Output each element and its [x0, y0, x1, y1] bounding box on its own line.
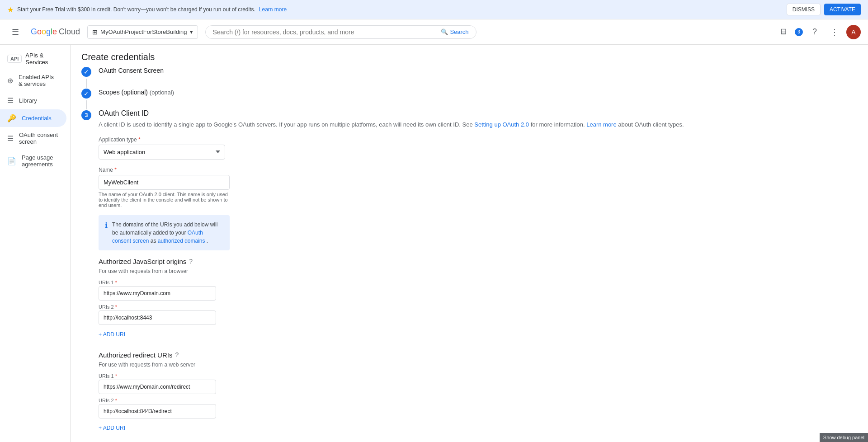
learn-more-link[interactable]: Learn more — [586, 121, 616, 128]
redirect-help-icon[interactable]: ? — [175, 351, 179, 358]
step-2-label: Scopes (optional) (optional) — [99, 88, 174, 96]
redirect-uri-1-field: URIs 1 * — [99, 373, 216, 394]
dismiss-button[interactable]: DISMISS — [787, 4, 821, 15]
name-required: * — [114, 167, 117, 173]
sidebar-item-oauth-label: OAuth consent screen — [19, 132, 59, 145]
logo: Google Cloud — [31, 27, 80, 37]
name-field: Name * The name of your OAuth 2.0 client… — [99, 167, 230, 208]
application-type-label: Application type * — [99, 136, 230, 143]
redirect-desc: For use with requests from a web server — [99, 362, 857, 368]
notification-badge[interactable]: 3 — [795, 28, 803, 36]
oauth-client-id-desc: A client ID is used to identify a single… — [99, 120, 857, 129]
js-uri-2-field: URIs 2 * — [99, 304, 216, 325]
star-icon: ★ — [7, 5, 14, 14]
step-3-container: 3 OAuth Client ID A client ID is used to… — [81, 109, 857, 442]
js-uri-1-field: URIs 1 * — [99, 280, 216, 301]
js-uri-2-input[interactable] — [99, 310, 216, 325]
page-title: Create credentials — [71, 45, 868, 66]
redirect-uri-1-input[interactable] — [99, 380, 216, 394]
sidebar-item-credentials[interactable]: 🔑 Credentials — [0, 109, 66, 127]
sidebar-item-enabled-apis[interactable]: ⊕ Enabled APIs & services — [0, 69, 66, 92]
redirect-uri-2-input[interactable] — [99, 404, 216, 418]
js-origins-desc: For use with requests from a browser — [99, 268, 857, 274]
js-uri-1-input[interactable] — [99, 286, 216, 301]
logo-cloud-text: Cloud — [59, 27, 80, 37]
menu-icon[interactable]: ☰ — [7, 24, 24, 40]
application-type-required: * — [138, 136, 141, 143]
step-2-icon: ✓ — [81, 89, 91, 99]
js-uri-fields: URIs 1 * URIs 2 * — [99, 280, 216, 325]
display-icon[interactable]: 🖥 — [775, 24, 791, 40]
sidebar-item-page-usage[interactable]: 📄 Page usage agreements — [0, 150, 66, 172]
info-icon: ℹ — [105, 221, 108, 230]
redirect-uri-2-field: URIs 2 * — [99, 398, 216, 418]
search-button[interactable]: 🔍 Search — [441, 28, 468, 35]
header-right: 🖥 3 ? ⋮ A — [775, 24, 861, 40]
oauth-client-id-title: OAuth Client ID — [99, 109, 857, 118]
application-type-select[interactable]: Web application Android iOS Desktop app — [99, 145, 225, 160]
banner-text: Start your Free Trial with $300 in credi… — [17, 6, 255, 13]
add-redirect-uri-button[interactable]: + ADD URI — [99, 422, 125, 434]
step-connector-2 — [86, 100, 87, 109]
step-1-container: ✓ OAuth Consent Screen — [81, 66, 857, 77]
step-3-icon: 3 — [81, 110, 91, 120]
name-helper: The name of your OAuth 2.0 client. This … — [99, 192, 230, 208]
authorized-domains-link[interactable]: authorized domains — [158, 238, 205, 244]
project-name: MyOAuthProjectForStoreBuilding — [100, 28, 187, 35]
library-icon: ☰ — [7, 96, 14, 105]
step-1-label: OAuth Consent Screen — [99, 66, 164, 74]
name-input[interactable] — [99, 175, 230, 190]
sidebar-item-page-usage-label: Page usage agreements — [22, 154, 59, 168]
page-usage-icon: 📄 — [7, 157, 16, 165]
setting-oauth-link[interactable]: Setting up OAuth 2.0 — [474, 121, 529, 128]
application-type-field: Application type * Web application Andro… — [99, 136, 230, 160]
js-origins-title: Authorized JavaScript origins ? — [99, 258, 857, 265]
top-banner: ★ Start your Free Trial with $300 in cre… — [0, 0, 868, 19]
more-options-icon[interactable]: ⋮ — [826, 24, 843, 40]
credentials-icon: 🔑 — [7, 114, 16, 122]
api-badge: API — [7, 55, 22, 63]
oauth-consent-icon: ☰ — [7, 134, 14, 143]
info-box: ℹ The domains of the URIs you add below … — [99, 215, 230, 250]
search-icon: 🔍 — [441, 28, 448, 35]
sidebar: API APIs & Services ⊕ Enabled APIs & ser… — [0, 45, 71, 442]
sidebar-item-enabled-label: Enabled APIs & services — [19, 74, 59, 87]
info-box-text: The domains of the URIs you add below wi… — [112, 221, 223, 245]
help-icon[interactable]: ? — [807, 24, 823, 40]
name-label: Name * — [99, 167, 230, 173]
enabled-apis-icon: ⊕ — [7, 76, 13, 85]
banner-learn-more-link[interactable]: Learn more — [259, 6, 287, 13]
header: ☰ Google Cloud ⊞ MyOAuthProjectForStoreB… — [0, 19, 868, 45]
js-origins-help-icon[interactable]: ? — [189, 258, 193, 265]
sidebar-item-credentials-label: Credentials — [22, 115, 52, 122]
layout: API APIs & Services ⊕ Enabled APIs & ser… — [0, 45, 868, 442]
redirect-uri-fields: URIs 1 * URIs 2 * — [99, 373, 216, 418]
api-label: API APIs & Services — [0, 45, 70, 69]
step-1-icon: ✓ — [81, 67, 91, 77]
show-debug-panel[interactable]: Show debug panel — [820, 433, 868, 442]
redirect-uris-title: Authorized redirect URIs ? — [99, 351, 857, 359]
step-2-container: ✓ Scopes (optional) (optional) — [81, 88, 857, 99]
sidebar-item-oauth-consent[interactable]: ☰ OAuth consent screen — [0, 127, 66, 150]
main-content: Create credentials ✓ OAuth Consent Scree… — [71, 45, 868, 442]
sidebar-item-library-label: Library — [19, 97, 37, 104]
add-js-uri-button[interactable]: + ADD URI — [99, 329, 125, 340]
avatar[interactable]: A — [846, 25, 861, 39]
chevron-down-icon: ▾ — [190, 28, 193, 35]
project-selector[interactable]: ⊞ MyOAuthProjectForStoreBuilding ▾ — [87, 25, 198, 39]
sidebar-item-library[interactable]: ☰ Library — [0, 92, 66, 109]
application-type-select-wrapper: Web application Android iOS Desktop app — [99, 145, 225, 160]
activate-button[interactable]: ACTIVATE — [824, 4, 861, 15]
content-area: ✓ OAuth Consent Screen ✓ Scopes (optiona… — [71, 66, 868, 442]
search-bar: 🔍 Search — [205, 25, 476, 39]
api-title: APIs & Services — [25, 52, 63, 66]
search-input[interactable] — [213, 28, 438, 36]
step-connector-1 — [86, 79, 87, 88]
